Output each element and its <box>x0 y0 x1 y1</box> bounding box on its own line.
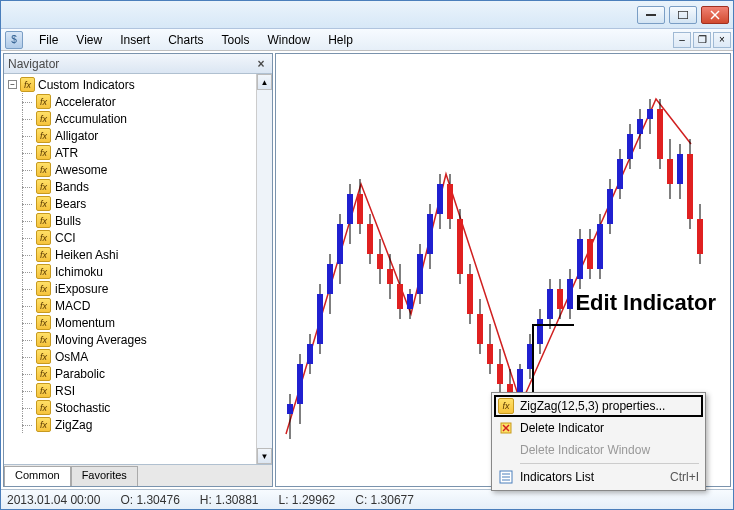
candle <box>376 54 384 484</box>
candle <box>296 54 304 484</box>
app-icon: $ <box>5 31 23 49</box>
tree-item[interactable]: fxIchimoku <box>4 263 256 280</box>
menubar: $ File View Insert Charts Tools Window H… <box>1 29 733 51</box>
tree-item[interactable]: fxBulls <box>4 212 256 229</box>
tree-item[interactable]: fxATR <box>4 144 256 161</box>
minimize-button[interactable] <box>637 6 665 24</box>
tree-item[interactable]: fxZigZag <box>4 416 256 433</box>
ctx-delete-indicator[interactable]: Delete Indicator <box>494 417 703 439</box>
candle <box>396 54 404 484</box>
scroll-down-button[interactable]: ▼ <box>257 448 272 464</box>
titlebar <box>1 1 733 29</box>
edit-indicator-annotation: Edit Indicator <box>575 290 716 316</box>
indicator-icon: fx <box>36 247 51 262</box>
mdi-minimize-button[interactable]: – <box>673 32 691 48</box>
tree-item[interactable]: fxBands <box>4 178 256 195</box>
tree-item-label: Stochastic <box>55 401 110 415</box>
tree-item-label: Accumulation <box>55 112 127 126</box>
tree-item[interactable]: fxRSI <box>4 382 256 399</box>
mdi-restore-button[interactable]: ❐ <box>693 32 711 48</box>
navigator-scrollbar[interactable]: ▲ ▼ <box>256 74 272 464</box>
menu-help[interactable]: Help <box>320 31 361 49</box>
ctx-delete-window: Delete Indicator Window <box>494 439 703 461</box>
candle <box>386 54 394 484</box>
status-low: L: 1.29962 <box>279 493 336 507</box>
tree-collapse-icon[interactable]: − <box>8 80 17 89</box>
indicator-icon: fx <box>36 349 51 364</box>
tree-item-label: Ichimoku <box>55 265 103 279</box>
menu-charts[interactable]: Charts <box>160 31 211 49</box>
candle <box>476 54 484 484</box>
context-menu: fx ZigZag(12,5,3) properties... Delete I… <box>491 392 706 491</box>
menu-view[interactable]: View <box>68 31 110 49</box>
candle <box>446 54 454 484</box>
indicator-icon: fx <box>36 230 51 245</box>
tree-item[interactable]: fxiExposure <box>4 280 256 297</box>
indicator-icon: fx <box>36 366 51 381</box>
tree-item-label: ATR <box>55 146 78 160</box>
navigator-title: Navigator × <box>4 54 272 74</box>
tree-item-label: CCI <box>55 231 76 245</box>
navigator-tree[interactable]: − fx Custom Indicators fxAcceleratorfxAc… <box>4 74 256 464</box>
menu-window[interactable]: Window <box>260 31 319 49</box>
tree-item-label: Bulls <box>55 214 81 228</box>
candle <box>316 54 324 484</box>
maximize-button[interactable] <box>669 6 697 24</box>
tree-item[interactable]: fxHeiken Ashi <box>4 246 256 263</box>
tree-item[interactable]: fxAccumulation <box>4 110 256 127</box>
tree-item[interactable]: fxMomentum <box>4 314 256 331</box>
navigator-title-label: Navigator <box>8 57 59 71</box>
ctx-list-shortcut: Ctrl+I <box>670 470 699 484</box>
tree-item-label: Moving Averages <box>55 333 147 347</box>
candle <box>426 54 434 484</box>
tree-item[interactable]: fxAwesome <box>4 161 256 178</box>
menu-tools[interactable]: Tools <box>214 31 258 49</box>
mdi-close-button[interactable]: × <box>713 32 731 48</box>
tree-item-label: MACD <box>55 299 90 313</box>
candle <box>436 54 444 484</box>
scroll-track[interactable] <box>257 90 272 448</box>
statusbar: 2013.01.04 00:00 O: 1.30476 H: 1.30881 L… <box>1 489 733 509</box>
indicator-icon: fx <box>36 298 51 313</box>
menu-file[interactable]: File <box>31 31 66 49</box>
indicator-icon: fx <box>36 383 51 398</box>
ctx-delete-label: Delete Indicator <box>520 421 604 435</box>
tree-item[interactable]: fxBears <box>4 195 256 212</box>
status-high: H: 1.30881 <box>200 493 259 507</box>
indicator-icon: fx <box>36 145 51 160</box>
indicator-icon: fx <box>36 315 51 330</box>
candle <box>286 54 294 484</box>
navigator-close-button[interactable]: × <box>254 57 268 71</box>
tree-item[interactable]: fxMACD <box>4 297 256 314</box>
tree-item[interactable]: fxParabolic <box>4 365 256 382</box>
candle <box>466 54 474 484</box>
candle <box>456 54 464 484</box>
ctx-properties[interactable]: fx ZigZag(12,5,3) properties... <box>494 395 703 417</box>
tree-root-custom-indicators[interactable]: − fx Custom Indicators <box>4 76 256 93</box>
tree-item[interactable]: fxOsMA <box>4 348 256 365</box>
tree-item[interactable]: fxMoving Averages <box>4 331 256 348</box>
ctx-properties-label: ZigZag(12,5,3) properties... <box>520 399 665 413</box>
svg-rect-1 <box>678 11 688 19</box>
indicator-icon: fx <box>36 332 51 347</box>
ctx-indicators-list[interactable]: Indicators List Ctrl+I <box>494 466 703 488</box>
scroll-up-button[interactable]: ▲ <box>257 74 272 90</box>
indicator-icon: fx <box>36 111 51 126</box>
menu-insert[interactable]: Insert <box>112 31 158 49</box>
tab-favorites[interactable]: Favorites <box>71 466 138 486</box>
svg-rect-0 <box>646 14 656 16</box>
tree-item[interactable]: fxStochastic <box>4 399 256 416</box>
tree-item[interactable]: fxCCI <box>4 229 256 246</box>
delete-icon <box>498 420 514 436</box>
tree-item[interactable]: fxAlligator <box>4 127 256 144</box>
candle <box>406 54 414 484</box>
tree-item-label: iExposure <box>55 282 108 296</box>
candle <box>366 54 374 484</box>
candle <box>356 54 364 484</box>
indicator-icon: fx <box>36 264 51 279</box>
tab-common[interactable]: Common <box>4 466 71 486</box>
tree-item[interactable]: fxAccelerator <box>4 93 256 110</box>
ctx-list-label: Indicators List <box>520 470 594 484</box>
tree-item-label: Parabolic <box>55 367 105 381</box>
close-button[interactable] <box>701 6 729 24</box>
